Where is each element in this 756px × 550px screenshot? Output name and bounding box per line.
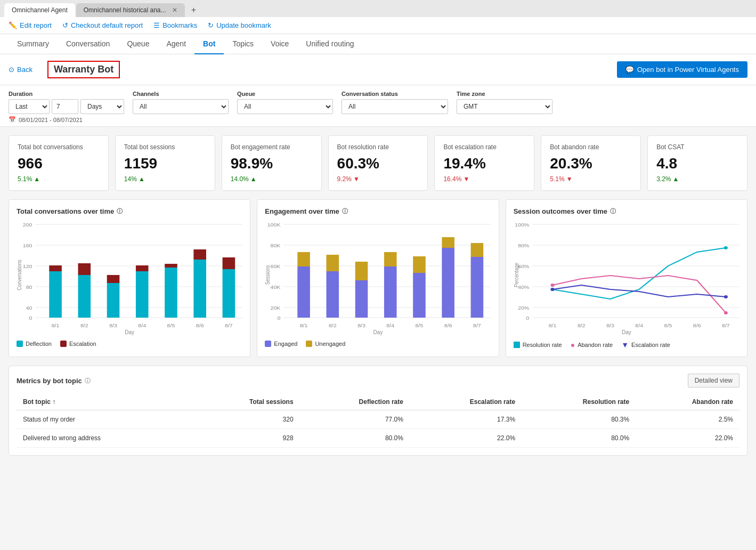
svg-rect-15 <box>78 263 91 275</box>
svg-text:200: 200 <box>23 222 32 228</box>
col-escalation-rate[interactable]: Escalation rate <box>410 394 522 410</box>
svg-text:0: 0 <box>526 316 529 321</box>
resolution-legend-color <box>514 342 520 348</box>
new-tab-button[interactable]: + <box>188 4 199 16</box>
change-arrow-icon: ▲ <box>139 175 145 183</box>
back-button[interactable]: ⊙ Back <box>9 66 32 74</box>
checkout-default-button[interactable]: ↺ Checkout default report <box>62 21 143 29</box>
change-arrow-icon: ▼ <box>463 175 469 183</box>
svg-text:8/6: 8/6 <box>196 323 204 328</box>
metric-label: Total bot conversations <box>18 143 100 151</box>
metric-change: 9.2% ▼ <box>337 175 419 183</box>
svg-rect-21 <box>165 264 177 268</box>
timezone-select[interactable]: GMT <box>457 99 552 114</box>
metric-label: Bot CSAT <box>656 143 738 151</box>
svg-text:8/5: 8/5 <box>664 323 672 328</box>
duration-unit-select[interactable]: Days <box>80 99 124 114</box>
engagement-chart: Engagement over time ⓘ 100K 80K 60K 40K … <box>257 199 499 357</box>
table-row: Status of my order 320 77.0% 17.3% 80.3%… <box>17 410 739 429</box>
tab-close-icon[interactable]: ✕ <box>172 6 177 14</box>
svg-rect-53 <box>384 252 397 266</box>
col-bot-topic[interactable]: Bot topic ↑ <box>17 394 191 410</box>
outcomes-info-icon[interactable]: ⓘ <box>610 207 616 215</box>
svg-text:20%: 20% <box>518 305 529 311</box>
tab-conversation[interactable]: Conversation <box>58 34 119 54</box>
page-header: ⊙ Back Warranty Bot 💬 Open bot in Power … <box>0 54 756 85</box>
metric-card: Bot CSAT 4.8 3.2% ▲ <box>647 135 747 191</box>
metric-label: Bot abandon rate <box>550 143 632 151</box>
tab-summary[interactable]: Summary <box>9 34 58 54</box>
svg-rect-50 <box>355 280 368 318</box>
tab-unified-routing[interactable]: Unified routing <box>297 34 362 54</box>
outcomes-x-axis-label: Day <box>514 329 739 335</box>
tab-topics[interactable]: Topics <box>224 34 262 54</box>
metric-change: 5.1% ▲ <box>18 175 100 183</box>
conversations-info-icon[interactable]: ⓘ <box>117 207 123 215</box>
svg-rect-48 <box>327 271 339 318</box>
svg-text:80%: 80% <box>518 243 529 248</box>
svg-rect-19 <box>136 265 149 271</box>
svg-text:8/3: 8/3 <box>606 323 614 328</box>
svg-rect-52 <box>384 266 397 318</box>
channels-select[interactable]: All <box>133 99 229 114</box>
svg-text:100K: 100K <box>267 222 281 228</box>
svg-rect-14 <box>78 275 91 318</box>
open-bot-button[interactable]: 💬 Open bot in Power Virtual Agents <box>617 61 747 78</box>
col-abandon-rate[interactable]: Abandon rate <box>636 394 739 410</box>
tab-historical[interactable]: Omnichannel historical ana... ✕ <box>76 3 185 17</box>
detail-view-button[interactable]: Detailed view <box>688 374 739 387</box>
col-total-sessions[interactable]: Total sessions <box>191 394 300 410</box>
timezone-filter: Time zone GMT <box>457 91 552 114</box>
metric-value: 1159 <box>124 155 206 172</box>
queue-select[interactable]: All <box>237 99 333 114</box>
metric-change: 5.1% ▼ <box>550 175 632 183</box>
update-bookmark-button[interactable]: ↻ Update bookmark <box>208 21 271 29</box>
tab-omnichannel-agent[interactable]: Omnichannel Agent <box>4 3 75 17</box>
tab-agent[interactable]: Agent <box>158 34 194 54</box>
metric-change: 16.4% ▼ <box>443 175 525 183</box>
svg-rect-13 <box>49 265 62 271</box>
duration-preset-select[interactable]: Last <box>9 99 50 114</box>
col-deflection-rate[interactable]: Deflection rate <box>300 394 410 410</box>
edit-report-button[interactable]: ✏️ Edit report <box>9 21 52 29</box>
conversation-status-select[interactable]: All <box>342 99 448 114</box>
metric-label: Bot escalation rate <box>443 143 525 151</box>
svg-text:8/1: 8/1 <box>52 323 60 328</box>
table-info-icon[interactable]: ⓘ <box>85 377 91 385</box>
charts-row: Total conversations over time ⓘ 200 160 … <box>0 199 756 366</box>
svg-point-82 <box>550 284 554 287</box>
refresh-icon: ↻ <box>208 21 214 29</box>
duration-value-input[interactable] <box>52 99 78 114</box>
toolbar: ✏️ Edit report ↺ Checkout default report… <box>0 17 756 34</box>
edit-icon: ✏️ <box>9 21 17 29</box>
svg-rect-57 <box>442 237 455 248</box>
tab-voice[interactable]: Voice <box>262 34 297 54</box>
filters-area: Duration Last Days Channels All Queue Al… <box>0 85 756 127</box>
cell-resolution-rate: 80.3% <box>522 410 636 429</box>
col-resolution-rate[interactable]: Resolution rate <box>522 394 636 410</box>
svg-point-85 <box>724 295 728 298</box>
svg-rect-24 <box>223 269 235 318</box>
tab-queue[interactable]: Queue <box>118 34 158 54</box>
metric-value: 98.9% <box>231 155 313 172</box>
tab-bot[interactable]: Bot <box>194 34 224 54</box>
svg-text:100%: 100% <box>515 222 529 228</box>
engagement-info-icon[interactable]: ⓘ <box>342 207 348 215</box>
svg-rect-49 <box>327 255 339 271</box>
metrics-row: Total bot conversations 966 5.1% ▲ Total… <box>0 127 756 199</box>
channels-filter: Channels All <box>133 91 229 114</box>
change-arrow-icon: ▲ <box>34 175 40 183</box>
svg-rect-25 <box>223 257 235 269</box>
back-icon: ⊙ <box>9 66 14 74</box>
bookmarks-button[interactable]: ☰ Bookmarks <box>153 21 197 29</box>
change-arrow-icon: ▲ <box>673 175 679 183</box>
svg-text:0: 0 <box>278 316 281 321</box>
svg-point-81 <box>724 246 728 249</box>
svg-text:80K: 80K <box>271 243 281 248</box>
metric-value: 4.8 <box>656 155 738 172</box>
table-section: Metrics by bot topic ⓘ Detailed view Bot… <box>9 366 747 456</box>
metric-card: Bot escalation rate 19.4% 16.4% ▼ <box>434 135 534 191</box>
svg-text:8/7: 8/7 <box>473 323 481 328</box>
svg-text:Sessions: Sessions <box>265 265 271 285</box>
svg-text:120: 120 <box>23 264 32 269</box>
